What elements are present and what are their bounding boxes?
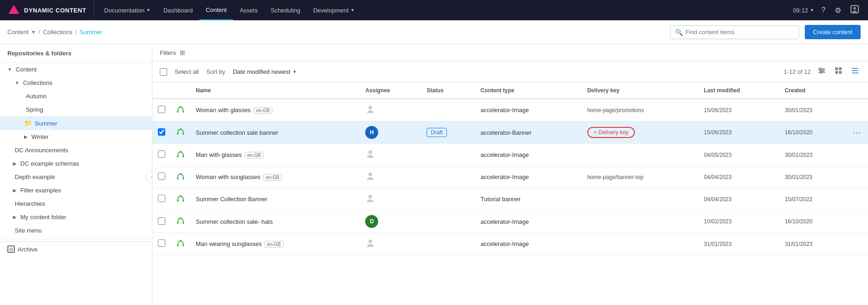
settings-button[interactable]: ⚙ bbox=[833, 4, 843, 17]
sidebar-item-dc-announcements[interactable]: DC Announcements bbox=[0, 144, 152, 157]
help-button[interactable]: ? bbox=[820, 4, 827, 16]
sidebar-item-collections[interactable]: ▼ Collections bbox=[0, 76, 152, 90]
svg-point-19 bbox=[182, 111, 184, 113]
sidebar-item-hierarchies[interactable]: Hierarchies bbox=[0, 197, 152, 210]
search-input[interactable] bbox=[686, 29, 794, 36]
select-all-label[interactable]: Select all bbox=[175, 68, 199, 75]
col-content-type[interactable]: Content type bbox=[475, 83, 582, 99]
sidebar-item-content[interactable]: ▼ Content bbox=[0, 63, 152, 76]
user-account-button[interactable] bbox=[849, 3, 861, 17]
item-name[interactable]: Woman with sunglasses bbox=[196, 173, 260, 180]
table-row: Man wearing sunglassesen-GBaccelerator-I… bbox=[152, 233, 868, 255]
clock-caret: ▼ bbox=[810, 8, 814, 12]
col-name[interactable]: Name bbox=[190, 83, 360, 99]
content-type-cell: accelerator-Banner bbox=[475, 121, 582, 144]
sidebar-summer-label: Summer bbox=[35, 120, 57, 127]
sort-dropdown[interactable]: Date modified newest ▼ bbox=[233, 68, 297, 75]
nav-development[interactable]: Development ▼ bbox=[307, 0, 361, 20]
svg-point-3 bbox=[853, 7, 856, 10]
col-delivery-key[interactable]: Delivery key bbox=[582, 83, 699, 99]
table-body: Woman with glassesen-GBaccelerator-Image… bbox=[152, 99, 868, 255]
svg-point-36 bbox=[180, 217, 181, 219]
nav-dashboard[interactable]: Dashboard bbox=[157, 0, 199, 20]
filter-toggle-icon: ▶ bbox=[13, 188, 17, 193]
filter-icon[interactable]: ⊞ bbox=[180, 49, 185, 56]
sidebar-depth-label: Depth example bbox=[15, 173, 55, 180]
sidebar-autumn-label: Autumn bbox=[26, 93, 47, 100]
content-type-cell: accelerator-Image bbox=[475, 144, 582, 166]
archive-label: Archive bbox=[18, 246, 37, 253]
nav-assets[interactable]: Assets bbox=[233, 0, 264, 20]
assignee-placeholder bbox=[365, 195, 375, 205]
last-modified-cell: 31/01/2023 bbox=[699, 233, 779, 255]
breadcrumb-bar: Content ▼ / Collections / Summer 🔍 Creat… bbox=[0, 20, 868, 44]
status-badge: Draft bbox=[427, 128, 447, 137]
row-more-button[interactable]: ⋯ bbox=[851, 126, 862, 139]
select-all-checkbox[interactable] bbox=[160, 68, 167, 76]
brand-name: DYNAMIC CONTENT bbox=[24, 7, 86, 14]
nav-documentation[interactable]: Documentation ▼ bbox=[98, 0, 157, 20]
sidebar-item-depth[interactable]: Depth example bbox=[0, 170, 152, 184]
search-box[interactable]: 🔍 bbox=[670, 25, 799, 39]
grid-view-icon bbox=[834, 66, 843, 75]
sidebar-divider bbox=[0, 239, 152, 239]
dc-schemas-toggle-icon: ▶ bbox=[13, 161, 17, 166]
row-checkbox[interactable] bbox=[158, 217, 165, 225]
sidebar-item-summer[interactable]: 📁 Summer bbox=[0, 116, 152, 130]
svg-rect-10 bbox=[835, 67, 838, 70]
content-type-icon bbox=[176, 218, 185, 226]
assignee-placeholder bbox=[365, 150, 375, 161]
col-created[interactable]: Created bbox=[779, 83, 846, 99]
item-name[interactable]: Summer Collection Banner bbox=[196, 196, 267, 203]
sidebar-item-my-content[interactable]: ▶ My content folder bbox=[0, 210, 152, 224]
sidebar-item-dc-schemas[interactable]: ▶ DC example schemas bbox=[0, 157, 152, 170]
sidebar-item-autumn[interactable]: Autumn bbox=[0, 90, 152, 103]
col-status[interactable]: Status bbox=[421, 83, 475, 99]
col-assignee[interactable]: Assignee bbox=[360, 83, 421, 99]
nav-content[interactable]: Content bbox=[199, 0, 234, 20]
nav-right: 09:12 ▼ ? ⚙ bbox=[793, 3, 861, 17]
sidebar-item-filter[interactable]: ▶ Filter examples bbox=[0, 184, 152, 197]
row-checkbox[interactable] bbox=[158, 106, 165, 113]
row-checkbox[interactable] bbox=[158, 173, 165, 180]
row-checkbox[interactable] bbox=[158, 128, 165, 136]
item-name[interactable]: Woman with glasses bbox=[196, 107, 251, 114]
add-delivery-key-button[interactable]: + Delivery key bbox=[587, 127, 635, 138]
svg-point-38 bbox=[182, 222, 184, 224]
delivery-key-cell: home-page/promotions bbox=[582, 99, 699, 121]
breadcrumb-summer[interactable]: Summer bbox=[79, 29, 102, 36]
list-view-button[interactable] bbox=[850, 65, 861, 78]
nav-items: Documentation ▼ Dashboard Content Assets… bbox=[98, 0, 793, 20]
grid-view-button[interactable] bbox=[833, 65, 844, 78]
svg-point-18 bbox=[177, 111, 179, 113]
svg-point-20 bbox=[368, 106, 372, 109]
col-last-modified[interactable]: Last modified bbox=[699, 83, 779, 99]
sidebar-item-winter[interactable]: ▶ Winter bbox=[0, 130, 152, 144]
sidebar-filter-label: Filter examples bbox=[20, 187, 61, 194]
list-view-icon bbox=[851, 66, 859, 75]
filters-label: Filters bbox=[160, 49, 176, 56]
sidebar-item-site-menu[interactable]: Site menu bbox=[0, 224, 152, 237]
breadcrumb-collections[interactable]: Collections bbox=[43, 29, 72, 36]
create-content-button[interactable]: Create content bbox=[805, 25, 861, 39]
nav-scheduling[interactable]: Scheduling bbox=[264, 0, 307, 20]
sidebar-dc-announcements-label: DC Announcements bbox=[15, 147, 68, 154]
sort-caret-icon: ▼ bbox=[292, 69, 297, 74]
item-name[interactable]: Man wearing sunglasses bbox=[196, 240, 262, 247]
row-checkbox[interactable] bbox=[158, 239, 165, 247]
sidebar-item-spring[interactable]: Spring bbox=[0, 103, 152, 116]
content-table-container: Name Assignee Status Content type Delive… bbox=[152, 83, 868, 305]
documentation-caret: ▼ bbox=[146, 8, 151, 12]
locale-badge: en-GB bbox=[253, 107, 272, 114]
sidebar-item-archive[interactable]: ▤ Archive bbox=[0, 241, 152, 257]
item-name[interactable]: Summer collection sale banner bbox=[196, 129, 278, 136]
row-checkbox[interactable] bbox=[158, 195, 165, 202]
brand-logo-area[interactable]: DYNAMIC CONTENT bbox=[7, 4, 86, 17]
svg-point-17 bbox=[180, 106, 181, 108]
item-name[interactable]: Summer collection sale- hats bbox=[196, 218, 273, 225]
item-name[interactable]: Man with glasses bbox=[196, 151, 242, 158]
column-settings-button[interactable] bbox=[816, 65, 827, 78]
breadcrumb-content[interactable]: Content bbox=[7, 29, 29, 36]
row-checkbox[interactable] bbox=[158, 150, 165, 158]
breadcrumb-sep1: / bbox=[38, 29, 40, 36]
